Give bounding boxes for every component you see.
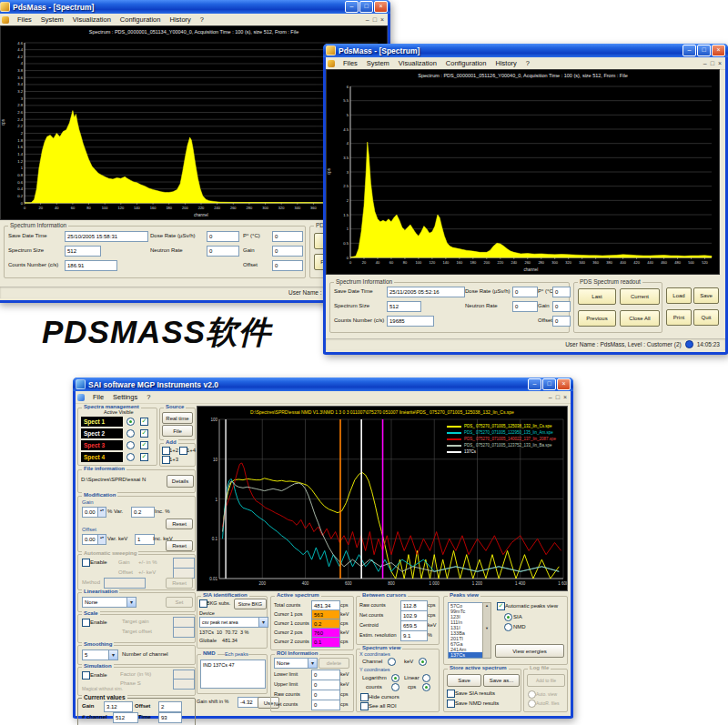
menu-configuration[interactable]: Configuration	[116, 15, 166, 24]
store-bkg-button[interactable]: Store BKG	[234, 599, 267, 609]
menu-file[interactable]: File	[88, 393, 108, 401]
counts-number-field[interactable]: 186.91	[65, 260, 117, 271]
details-button[interactable]: Details	[167, 475, 194, 488]
minimize-button[interactable]: –	[682, 45, 696, 56]
nmd-radio[interactable]	[504, 623, 512, 631]
hide-cursors-checkbox[interactable]	[360, 693, 369, 701]
close-all-button[interactable]: Close All	[620, 310, 660, 327]
counts-number-field[interactable]: 19685	[387, 316, 434, 327]
scale-enable-checkbox[interactable]	[82, 619, 90, 627]
titlebar-c[interactable]: SAI software MGP Instruments v2.0 – □ ×	[73, 378, 573, 391]
gain-inc-field[interactable]: 0.2	[131, 507, 155, 518]
automatic-peaks-checkbox[interactable]: ✓	[497, 602, 505, 610]
mdi-minimize-icon[interactable]: –	[703, 60, 707, 66]
device-dropdown[interactable]: csv peak net area	[199, 617, 268, 628]
ech-peaks-tab[interactable]: Ech peaks	[225, 651, 248, 657]
neutron-rate-field[interactable]: 0	[512, 301, 538, 312]
menu-help[interactable]: ?	[196, 15, 208, 24]
neutron-rate-field[interactable]: 0	[207, 246, 239, 257]
spect-3-active-radio[interactable]	[126, 441, 135, 449]
menu-files[interactable]: Files	[13, 15, 36, 24]
real-time-button[interactable]: Real time	[162, 412, 193, 424]
simulation-enable-checkbox[interactable]	[82, 671, 90, 680]
file-button[interactable]: File	[162, 425, 193, 437]
spectrum-chart-b[interactable]: 00.511.522.533.544.555.56020406080100120…	[327, 81, 719, 272]
gain-field[interactable]: 0	[272, 246, 303, 257]
mdi-minimize-icon[interactable]: –	[549, 394, 552, 400]
cps-radio[interactable]	[422, 683, 430, 691]
spect-3-visible-checkbox[interactable]: ✓	[140, 441, 148, 449]
roi-dropdown[interactable]: None	[274, 658, 318, 669]
maximize-button[interactable]: □	[542, 378, 556, 390]
nmd-tab[interactable]: NMD	[201, 650, 217, 656]
row-value[interactable]: 9.1	[400, 630, 428, 641]
peaks-scrollbar[interactable]: ▲▼	[482, 602, 491, 659]
row-value[interactable]: 0.1	[311, 637, 340, 648]
mdi-restore-icon[interactable]: □	[556, 394, 560, 400]
linearisation-dropdown[interactable]: None	[82, 597, 136, 608]
gain-field[interactable]: 0	[552, 301, 571, 312]
save-button[interactable]: Save	[693, 287, 719, 304]
save-sia-checkbox[interactable]	[447, 690, 455, 698]
close-button[interactable]: ×	[557, 378, 571, 390]
counts-radio[interactable]	[391, 683, 399, 691]
menu-configuration[interactable]: Configuration	[441, 59, 491, 67]
save-date-field[interactable]: 25/11/2005 05:52:16	[387, 287, 465, 297]
maximize-button[interactable]: □	[697, 45, 711, 56]
see-all-roi-checkbox[interactable]	[360, 702, 369, 710]
previous-button[interactable]: Previous	[578, 310, 616, 327]
titlebar-b[interactable]: PdsMass - [Spectrum] – □ ×	[323, 44, 728, 57]
menu-visualization[interactable]: Visualization	[394, 59, 441, 67]
spectrum-size-field[interactable]: 512	[387, 301, 421, 312]
menu-help[interactable]: ?	[142, 393, 155, 401]
gain-spinner[interactable]: 0.00	[82, 507, 106, 518]
mdi-restore-icon[interactable]: □	[373, 16, 377, 23]
close-button[interactable]: ×	[712, 45, 725, 56]
menu-visualization[interactable]: Visualization	[68, 15, 116, 24]
spect-4-visible-checkbox[interactable]: ✓	[140, 453, 148, 461]
maximize-button[interactable]: □	[359, 1, 373, 13]
menu-history[interactable]: History	[490, 59, 521, 67]
last-button[interactable]: Last	[578, 288, 616, 305]
offset-field[interactable]: 0	[552, 316, 571, 327]
load-button[interactable]: Load	[666, 287, 692, 304]
offset-inc-field[interactable]: 1	[135, 534, 155, 545]
minimize-button[interactable]: –	[528, 378, 541, 390]
mdi-close-icon[interactable]: ×	[718, 60, 722, 66]
save-date-field[interactable]: 25/10/2005 15:58:31	[65, 231, 148, 242]
menu-system[interactable]: System	[362, 59, 394, 67]
peak-list-item[interactable]: 137Cs	[449, 652, 483, 658]
menu-system[interactable]: System	[36, 15, 68, 24]
kev-radio[interactable]	[419, 658, 427, 666]
save-button[interactable]: Save	[447, 674, 481, 687]
spect-4-active-radio[interactable]	[126, 453, 135, 461]
minimize-button[interactable]: –	[345, 1, 359, 13]
menu-history[interactable]: History	[165, 15, 195, 24]
current-button[interactable]: Current	[620, 288, 660, 305]
logarithm-radio[interactable]	[391, 674, 399, 682]
mdi-minimize-icon[interactable]: –	[366, 16, 369, 23]
temperature-field[interactable]: 0	[272, 231, 303, 242]
gain-reset-button[interactable]: Reset	[166, 519, 193, 529]
spect-1-active-radio[interactable]	[126, 418, 135, 426]
row-value[interactable]: 0	[311, 700, 340, 710]
save-nmd-checkbox[interactable]	[447, 700, 455, 708]
titlebar-a[interactable]: PdsMass - [Spectrum] – □ ×	[0, 0, 390, 14]
menu-files[interactable]: Files	[339, 59, 362, 67]
mdi-restore-icon[interactable]: □	[711, 60, 714, 66]
offset-reset-button[interactable]: Reset	[166, 540, 193, 551]
quit-button[interactable]: Quit	[693, 309, 719, 326]
sweeping-enable-checkbox[interactable]	[82, 559, 90, 567]
save-as-button[interactable]: Save as...	[483, 674, 520, 687]
spect-2-visible-checkbox[interactable]: ✓	[140, 429, 148, 438]
close-button[interactable]: ×	[374, 1, 388, 13]
view-energies-button[interactable]: View energies	[495, 644, 564, 658]
dose-rate-field[interactable]: 0	[512, 287, 538, 297]
smoothing-dropdown[interactable]: 5	[82, 649, 118, 660]
menu-settings[interactable]: Settings	[108, 393, 142, 401]
gain-shift-value[interactable]: -4.32	[238, 697, 259, 708]
mdi-close-icon[interactable]: ×	[563, 394, 567, 400]
mdi-close-icon[interactable]: ×	[380, 16, 384, 23]
offset-spinner[interactable]: 0.00	[82, 534, 106, 545]
menu-help[interactable]: ?	[521, 59, 534, 67]
